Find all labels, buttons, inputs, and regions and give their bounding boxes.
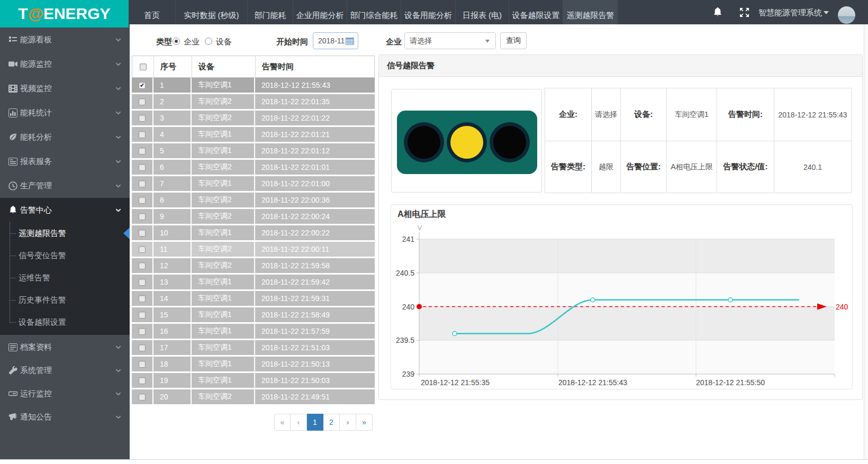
table-row-18[interactable]: 18车间空调12018-11-22 21:50:13	[132, 357, 375, 371]
nav-item-1[interactable]: 首页	[129, 0, 175, 24]
start-time-input[interactable]: 2018-11	[313, 32, 358, 49]
row-checkbox[interactable]	[139, 279, 146, 286]
row-checkbox[interactable]	[139, 213, 146, 220]
table-row-13[interactable]: 13车间空调12018-11-22 21:59:42	[132, 275, 375, 289]
row-checkbox[interactable]	[139, 246, 146, 253]
radio-device-label[interactable]: 设备	[216, 37, 232, 47]
chart-title: A相电压上限	[397, 209, 446, 220]
nav-item-4[interactable]: 企业用能分析	[293, 0, 347, 24]
page-btn-‹[interactable]: ‹	[291, 414, 307, 431]
row-checkbox[interactable]	[139, 148, 146, 154]
avatar[interactable]	[838, 6, 855, 24]
sidebar-item-top-4[interactable]: 能耗统计	[0, 101, 130, 125]
row-checkbox[interactable]	[139, 295, 146, 302]
svg-text:241: 241	[402, 235, 415, 243]
company-select[interactable]: 请选择	[404, 32, 496, 49]
radio-company-label[interactable]: 企业	[184, 37, 200, 47]
sidebar-item-top-3[interactable]: 视频监控	[0, 76, 130, 101]
row-checkbox[interactable]	[139, 230, 146, 236]
type-filter-label: 类型	[156, 37, 172, 47]
row-checkbox[interactable]	[139, 312, 146, 319]
sidebar-subitem-5[interactable]: 设备越限设置	[0, 311, 130, 333]
company-filter-label: 企业	[386, 37, 402, 47]
nav-item-5[interactable]: 部门综合能耗	[347, 0, 401, 24]
table-row-7[interactable]: 7车间空调12018-11-22 22:01:00	[132, 176, 375, 191]
sidebar-subitem-3[interactable]: 运维告警	[0, 267, 130, 289]
select-all-checkbox[interactable]	[140, 63, 147, 70]
table-row-1[interactable]: ✔1车间空调12018-12-12 21:55:43	[132, 78, 375, 93]
sidebar-item-top-2[interactable]: 能源监控	[0, 52, 130, 76]
sidebar-item-top-6[interactable]: 报表服务	[0, 149, 130, 174]
table-row-5[interactable]: 5车间空调12018-11-22 22:01:12	[132, 143, 375, 158]
table-row-17[interactable]: 17车间空调12018-11-22 21:51:03	[132, 340, 375, 355]
sidebar-subitem-1[interactable]: 遥测越限告警	[0, 222, 130, 244]
table-row-15[interactable]: 15车间空调12018-11-22 21:58:49	[132, 307, 375, 322]
top-navbar: 首页实时数据 (秒级)部门能耗企业用能分析部门综合能耗设备用能分析日报表 (电)…	[0, 0, 868, 24]
fullscreen-icon[interactable]	[739, 7, 750, 18]
row-checkbox[interactable]	[139, 180, 146, 187]
table-row-8[interactable]: 8车间空调22018-11-22 22:00:36	[132, 193, 375, 207]
table-row-19[interactable]: 19车间空调12018-11-22 21:50:03	[132, 373, 375, 388]
table-row-10[interactable]: 10车间空调12018-11-22 22:00:22	[132, 225, 375, 240]
sidebar-item-bottom-4[interactable]: 通知公告	[0, 405, 130, 429]
page-btn-»[interactable]: »	[356, 414, 373, 431]
row-checkbox[interactable]	[139, 394, 146, 401]
nav-item-7[interactable]: 日报表 (电)	[455, 0, 509, 24]
table-row-16[interactable]: 16车间空调12018-11-22 21:57:59	[132, 324, 375, 339]
page-btn-1[interactable]: 1	[307, 414, 323, 431]
col-header-3: 告警时间	[256, 56, 375, 77]
row-checkbox[interactable]	[139, 361, 146, 368]
app-logo: T@ENERGY	[0, 0, 129, 28]
row-checkbox[interactable]	[139, 164, 146, 171]
bell-icon[interactable]	[712, 6, 723, 18]
radio-device[interactable]	[205, 38, 212, 45]
svg-text:240: 240	[836, 303, 848, 311]
row-checkbox[interactable]	[139, 98, 146, 105]
sidebar-item-top-5[interactable]: 能耗分析	[0, 125, 130, 149]
nav-item-2[interactable]: 实时数据 (秒级)	[175, 0, 247, 24]
nav-item-3[interactable]: 部门能耗	[247, 0, 293, 24]
table-row-9[interactable]: 9车间空调22018-11-22 22:00:24	[132, 209, 375, 224]
page-btn-«[interactable]: «	[274, 414, 291, 431]
row-checkbox[interactable]	[139, 115, 146, 122]
calendar-icon	[346, 37, 354, 45]
sidebar-item-top-1[interactable]: 能源看板	[0, 28, 130, 52]
nav-item-9[interactable]: 遥测越限告警	[563, 0, 618, 24]
sidebar-subitem-2[interactable]: 信号变位告警	[0, 244, 130, 267]
sidebar-item-top-7[interactable]: 生产管理	[0, 174, 130, 198]
table-row-11[interactable]: 11车间空调22018-11-22 22:00:11	[132, 242, 375, 257]
traffic-lamp-left	[404, 122, 444, 162]
row-checkbox[interactable]: ✔	[139, 82, 146, 89]
sidebar-item-bottom-3[interactable]: 运行监控	[0, 381, 130, 406]
row-checkbox[interactable]	[139, 328, 146, 335]
table-row-12[interactable]: 12车间空调22018-11-22 21:59:58	[132, 258, 375, 273]
sidebar-item-bottom-2[interactable]: 系统管理	[0, 358, 130, 383]
query-button[interactable]: 查询	[500, 32, 527, 49]
main-content: 类型 企业 设备 开始时间 2018-11 企业 请选择 查询 序号设备告警时间…	[130, 24, 864, 459]
table-row-6[interactable]: 6车间空调22018-11-22 22:01:01	[132, 160, 375, 175]
info-value: 请选择	[592, 88, 621, 141]
row-checkbox[interactable]	[139, 197, 146, 204]
table-row-20[interactable]: 20车间空调22018-11-22 21:49:51	[132, 389, 375, 404]
row-checkbox[interactable]	[139, 377, 146, 384]
system-title[interactable]: 智慧能源管理系统	[758, 8, 822, 18]
page-btn-›[interactable]: ›	[340, 414, 356, 431]
info-value: 越限	[592, 141, 621, 193]
table-row-4[interactable]: 4车间空调12018-11-22 22:01:21	[132, 127, 375, 142]
voltage-chart-card: A相电压上限 239239.5240240.5241V2018-12-12 21…	[391, 204, 853, 389]
row-checkbox[interactable]	[139, 344, 146, 351]
sidebar-item-alarm-center[interactable]: 告警中心	[0, 198, 130, 222]
table-row-2[interactable]: 2车间空调22018-11-22 22:01:35	[132, 94, 375, 109]
info-label: 企业:	[545, 88, 592, 141]
page-btn-2[interactable]: 2	[323, 414, 340, 431]
scrollbar[interactable]	[864, 24, 868, 459]
table-row-3[interactable]: 3车间空调22018-11-22 22:01:22	[132, 111, 375, 125]
row-checkbox[interactable]	[139, 131, 146, 138]
radio-company[interactable]	[173, 38, 180, 45]
table-row-14[interactable]: 14车间空调12018-11-22 21:59:31	[132, 291, 375, 306]
sidebar-subitem-4[interactable]: 历史事件告警	[0, 289, 130, 311]
row-checkbox[interactable]	[139, 262, 146, 269]
sidebar-item-bottom-1[interactable]: 档案资料	[0, 335, 130, 359]
nav-item-8[interactable]: 设备越限设置	[509, 0, 563, 24]
nav-item-6[interactable]: 设备用能分析	[401, 0, 455, 24]
